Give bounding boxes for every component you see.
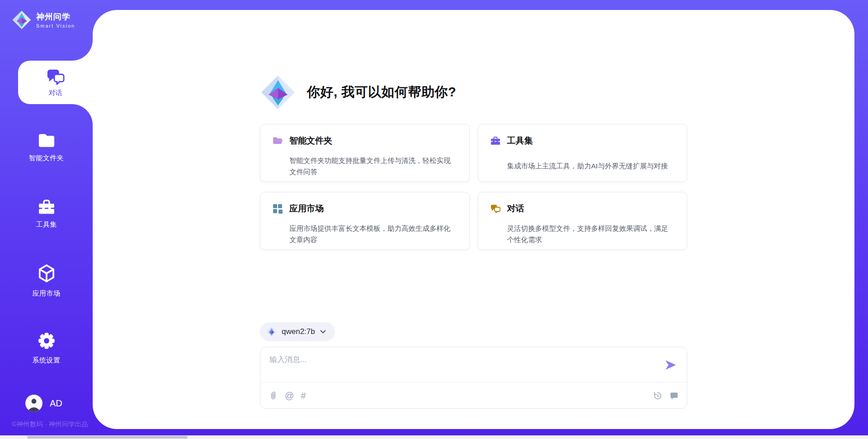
cube-icon [37,263,56,283]
send-icon [665,359,677,371]
sidebar-item-smart-folder[interactable]: 智能文件夹 [0,133,93,162]
toolbox-icon [490,135,501,146]
chat-icon [490,203,501,214]
sidebar-item-settings[interactable]: 系统设置 [0,331,93,365]
folder-open-icon [272,135,283,146]
main-panel: 你好, 我可以如何帮助你? 智能文件夹 智能文件夹功能支持批量文件上传与清洗，轻… [93,10,854,429]
composer-toolbar: @ # [269,382,679,409]
brand: 神州问学 Smart Vision [12,10,75,30]
greeting-title: 你好, 我可以如何帮助你? [307,83,456,101]
chevron-down-icon [320,330,326,334]
card-description: 集成市场上主流工具，助力AI与外界无缝扩展与对接 [507,160,675,181]
feature-cards: 智能文件夹 智能文件夹功能支持批量文件上传与清洗，轻松实现文件问答 工具集 集成… [260,124,687,250]
brand-name: 神州问学 [36,11,75,22]
avatar [25,395,42,412]
chat-icon [46,67,65,86]
at-icon[interactable]: @ [285,391,294,400]
user-profile[interactable]: AD [25,395,62,412]
card-smart-folder[interactable]: 智能文件夹 智能文件夹功能支持批量文件上传与清洗，轻松实现文件问答 [260,124,470,182]
card-description: 智能文件夹功能支持批量文件上传与清洗，轻松实现文件问答 [289,155,458,182]
brand-logo-icon [12,10,32,30]
sidebar-item-label: 应用市场 [33,289,61,298]
folder-icon [38,133,55,148]
chat-bubble-icon[interactable] [669,391,679,401]
sidebar-item-label: 智能文件夹 [29,154,64,162]
card-toolset[interactable]: 工具集 集成市场上主流工具，助力AI与外界无缝扩展与对接 [478,124,688,182]
model-selector[interactable]: qwen2:7b [260,322,335,341]
card-app-market[interactable]: 应用市场 应用市场提供丰富长文本模板，助力高效生成多样化文章内容 [260,192,470,250]
toolbox-icon [38,198,56,215]
card-title: 应用市场 [289,203,458,219]
card-title: 工具集 [507,135,675,156]
active-tab-curve-bottom [72,104,93,125]
brand-subtitle: Smart Vision [36,23,75,29]
grid-icon [272,203,283,214]
message-composer: @ # [260,347,687,409]
sidebar-item-label: 系统设置 [33,356,61,365]
send-button[interactable] [665,359,677,371]
sidebar-item-label: 工具集 [36,220,57,229]
paperclip-icon[interactable] [269,391,278,401]
sidebar-item-chat[interactable]: 对话 [18,61,93,104]
card-description: 应用市场提供丰富长文本模板，助力高效生成多样化文章内容 [289,223,458,250]
copyright-footer: ©神州数码 · 神州问学出品 [12,420,88,429]
horizontal-scrollbar[interactable] [0,435,868,439]
model-name: qwen2:7b [282,327,315,336]
sidebar-item-label: 对话 [49,89,62,97]
card-description: 灵活切换多模型文件，支持多样回复效果调试，满足个性化需求 [507,223,675,250]
history-icon[interactable] [653,391,662,401]
card-title: 对话 [507,203,675,219]
scrollbar-thumb[interactable] [27,436,188,439]
user-initials: AD [50,398,62,409]
message-input[interactable] [269,353,648,377]
app-logo-icon [260,74,296,110]
gear-icon [37,331,56,350]
sidebar: 神州问学 Smart Vision 对话 智能文件夹 工具集 [0,0,93,439]
active-tab-curve-top [72,40,93,61]
card-chat[interactable]: 对话 灵活切换多模型文件，支持多样回复效果调试，满足个性化需求 [478,192,688,250]
sidebar-item-app-market[interactable]: 应用市场 [0,263,93,298]
card-title: 智能文件夹 [289,135,458,151]
sidebar-item-toolset[interactable]: 工具集 [0,198,93,229]
hash-icon[interactable]: # [301,391,306,400]
greeting-block: 你好, 我可以如何帮助你? [260,74,687,110]
model-logo-icon [267,327,277,337]
